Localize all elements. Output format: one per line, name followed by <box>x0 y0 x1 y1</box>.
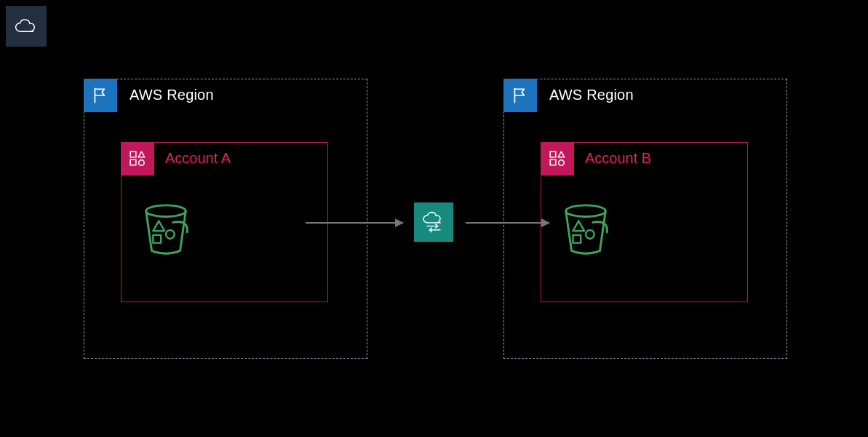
svg-rect-8 <box>550 151 556 157</box>
svg-rect-3 <box>130 160 136 165</box>
cloud-icon <box>13 17 39 35</box>
account-b-box: Account B <box>541 142 748 302</box>
svg-rect-5 <box>153 235 161 243</box>
region-a-label: AWS Region <box>130 87 214 103</box>
svg-marker-6 <box>153 221 164 231</box>
svg-rect-11 <box>550 160 556 165</box>
arrow-transfer-to-b <box>466 222 549 224</box>
account-badge <box>541 142 574 176</box>
svg-marker-14 <box>573 221 584 231</box>
shapes-icon <box>128 149 147 168</box>
svg-rect-13 <box>573 235 581 243</box>
account-a-box: Account A <box>121 142 328 302</box>
svg-point-2 <box>139 160 145 166</box>
svg-point-12 <box>566 205 606 217</box>
cloud-transfer-icon <box>421 211 447 233</box>
account-b-label: Account B <box>585 150 651 167</box>
aws-cloud-badge <box>6 6 47 47</box>
region-flag-badge <box>503 79 537 112</box>
datasync-badge <box>414 202 453 242</box>
svg-point-7 <box>166 230 175 239</box>
svg-marker-9 <box>558 151 565 157</box>
account-badge <box>121 142 154 176</box>
s3-bucket-b <box>557 201 614 258</box>
shapes-icon <box>548 149 567 168</box>
svg-point-4 <box>146 205 186 217</box>
account-a-label: Account A <box>165 150 231 167</box>
region-flag-badge <box>84 79 117 112</box>
flag-icon <box>511 86 530 105</box>
region-a-box: AWS Region Account A <box>84 79 367 359</box>
s3-bucket-a <box>138 201 194 258</box>
arrow-a-to-transfer <box>306 222 403 224</box>
svg-rect-0 <box>130 151 136 157</box>
region-b-label: AWS Region <box>549 87 634 103</box>
svg-marker-1 <box>138 151 145 157</box>
bucket-icon <box>138 201 194 258</box>
bucket-icon <box>557 201 614 258</box>
svg-point-15 <box>586 230 594 239</box>
flag-icon <box>91 86 110 105</box>
svg-point-10 <box>559 160 565 166</box>
